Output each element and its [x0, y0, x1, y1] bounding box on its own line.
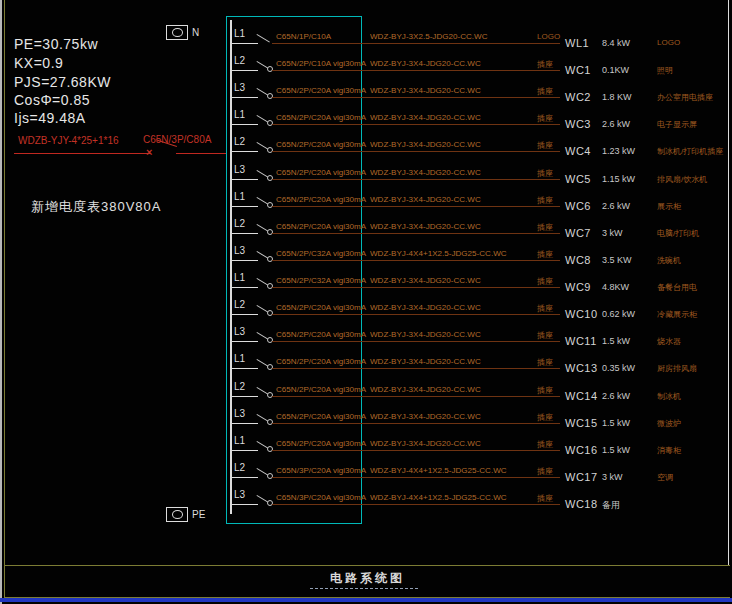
branch-line	[230, 368, 258, 369]
breaker-spec: C65N/2P/C20A vigi30mA	[276, 411, 366, 421]
phase-label: L3	[234, 245, 245, 256]
cable-spec: WDZ-BYJ-4X4+1X2.5-JDG25-CC.WC	[370, 492, 507, 502]
spec-pe: PE=30.75kw	[14, 36, 98, 52]
phase-busbar	[230, 20, 232, 514]
circuit-load: 8.4 kW	[602, 38, 630, 48]
incoming-wire-2	[176, 153, 226, 154]
left-window-edge	[0, 0, 2, 604]
cable-spec: WDZ-BYJ-3X4-JDG20-CC.WC	[370, 384, 481, 394]
titleblock-line-top	[4, 565, 730, 566]
breaker-spec: C65N/2P/C20A vigi30mA	[276, 112, 366, 122]
circuit-name: WC10	[565, 308, 598, 320]
cable-spec: WDZ-BYJ-4X4+1X2.5-JDG25-CC.WC	[370, 248, 507, 258]
circuit-name: WC14	[565, 390, 598, 402]
breaker-spec: C65N/3P/C20A vigi30mA	[276, 492, 366, 502]
branch-line	[230, 477, 258, 478]
branch-line	[230, 341, 258, 342]
circuit-load: 1.5 kW	[602, 445, 630, 455]
circuit-name: WC3	[565, 118, 591, 130]
circuit-wire	[272, 260, 560, 261]
cable-spec: WDZ-BYJ-3X4-JDG20-CC.WC	[370, 139, 481, 149]
cable-spec: WDZ-BYJ-3X4-JDG20-CC.WC	[370, 194, 481, 204]
breaker-spec: C65N/2P/C20A vigi30mA	[276, 139, 366, 149]
branch-line	[230, 396, 258, 397]
phase-label: L1	[234, 435, 245, 446]
circuit-load: 1.5 kW	[602, 418, 630, 428]
load-tag: 插座	[537, 86, 553, 97]
load-tag: 插座	[537, 330, 553, 341]
circuit-load: 3.5 KW	[602, 255, 632, 265]
circuit-load: 0.35 kW	[602, 363, 635, 373]
circuit-load: 0.1KW	[602, 65, 629, 75]
circuit-name: WC17	[565, 471, 598, 483]
phase-label: L1	[234, 191, 245, 202]
circuit-desc: 制冰机/打印机插座	[657, 146, 723, 157]
breaker-spec: C65N/2P/C20A vigi30mA	[276, 384, 366, 394]
circuit-name: WC7	[565, 227, 591, 239]
circuit-load: 1.5 kW	[602, 336, 630, 346]
load-tag: 插座	[537, 466, 553, 477]
circuit-name: WC2	[565, 91, 591, 103]
load-tag: 插座	[537, 168, 553, 179]
circuit-name: WC5	[565, 173, 591, 185]
circuit-desc: LOGO	[657, 38, 680, 47]
incoming-breaker-cross-icon: ×	[146, 146, 152, 158]
phase-label: L3	[234, 326, 245, 337]
circuit-desc: 厨房排风扇	[657, 363, 697, 374]
load-tag: 插座	[537, 195, 553, 206]
load-tag: 插座	[537, 385, 553, 396]
load-tag: LOGO	[537, 32, 560, 41]
incoming-cable-spec: WDZB-YJY-4*25+1*16	[18, 135, 119, 146]
circuit-wire	[272, 504, 560, 505]
circuit-wire	[272, 396, 560, 397]
breaker-spec: C65N/2P/C32A vigi30mA	[276, 248, 366, 258]
circuit-load: 3 kW	[602, 472, 623, 482]
spec-pjs: PJS=27.68KW	[14, 74, 111, 90]
circuit-desc: 消毒柜	[657, 445, 681, 456]
breaker-spec: C65N/2P/C20A vigi30mA	[276, 85, 366, 95]
circuit-name: WC8	[565, 254, 591, 266]
cable-spec: WDZ-BYJ-3X4-JDG20-CC.WC	[370, 221, 481, 231]
branch-line	[230, 423, 258, 424]
vigi-rcd-circle-icon	[267, 147, 273, 153]
breaker-spec: C65N/2P/C20A vigi30mA	[276, 221, 366, 231]
vigi-rcd-circle-icon	[267, 337, 273, 343]
vigi-rcd-circle-icon	[267, 256, 273, 262]
circuit-wire	[272, 179, 560, 180]
circuit-wire	[272, 151, 560, 152]
circuit-load: 3 kW	[602, 228, 623, 238]
circuit-load: 1.15 kW	[602, 174, 635, 184]
circuit-desc: 制冰机	[657, 391, 681, 402]
branch-line	[230, 206, 258, 207]
phase-label: L1	[234, 28, 245, 39]
phase-label: L3	[234, 489, 245, 500]
circuit-name: WC4	[565, 145, 591, 157]
circuit-load: 4.8KW	[602, 282, 629, 292]
sheet-border-left	[4, 0, 5, 597]
branch-line	[230, 70, 258, 71]
circuit-wire	[272, 368, 560, 369]
circuit-wire	[272, 423, 560, 424]
vigi-rcd-circle-icon	[267, 419, 273, 425]
circuit-wire	[272, 97, 560, 98]
circuit-desc: 排风扇/饮水机	[657, 174, 707, 185]
circuit-wire	[272, 43, 560, 44]
circuit-load: 2.6 kW	[602, 119, 630, 129]
phase-label: L3	[234, 82, 245, 93]
circuit-desc: 展示柜	[657, 201, 681, 212]
circuit-wire	[272, 477, 560, 478]
phase-label: L1	[234, 272, 245, 283]
vigi-rcd-circle-icon	[267, 229, 273, 235]
breaker-spec: C65N/1P/C10A	[276, 31, 331, 41]
branch-line	[230, 314, 258, 315]
circuit-load: 1.8 KW	[602, 92, 632, 102]
load-tag: 插座	[537, 113, 553, 124]
breaker-spec: C65N/2P/C20A vigi30mA	[276, 167, 366, 177]
cable-spec: WDZ-BYJ-3X4-JDG20-CC.WC	[370, 329, 481, 339]
circuit-wire	[272, 450, 560, 451]
phase-label: L1	[234, 109, 245, 120]
title-underline	[310, 588, 418, 589]
load-tag: 插座	[537, 303, 553, 314]
cable-spec: WDZ-BYJ-3X4-JDG20-CC.WC	[370, 356, 481, 366]
branch-line	[230, 124, 258, 125]
